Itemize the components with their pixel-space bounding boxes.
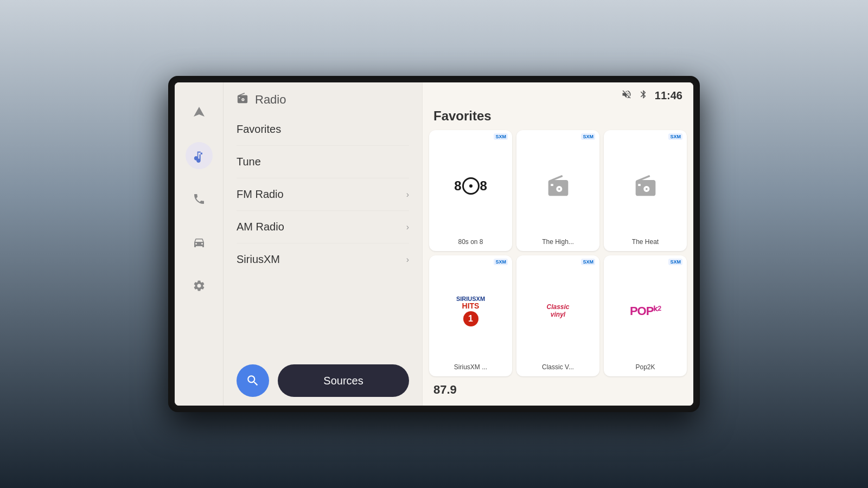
sidebar-icon-car[interactable] xyxy=(186,229,213,256)
fav-label-heat: The Heat xyxy=(632,236,659,246)
fav-card-80s-on-8[interactable]: SXM 8 8 80s on 8 xyxy=(429,130,512,251)
screen-bezel: Radio Favorites Tune FM Radio › AM Radio… xyxy=(168,76,700,412)
fav-logo-classic-vinyl: Classic vinyl xyxy=(522,261,594,361)
favorites-header: Favorites xyxy=(423,108,693,130)
fav-card-classic-vinyl[interactable]: SXM Classic vinyl Classic V... xyxy=(516,255,599,376)
sxm-badge: SXM xyxy=(668,259,682,265)
sidebar-icon-navigation[interactable] xyxy=(186,99,213,126)
status-time: 11:46 xyxy=(655,89,682,102)
sxm-badge: SXM xyxy=(581,133,595,140)
main-content: Radio Favorites Tune FM Radio › AM Radio… xyxy=(224,82,422,406)
status-bar: 11:46 xyxy=(423,82,693,108)
menu-item-label: SiriusXM xyxy=(237,253,280,266)
fm-radio-arrow: › xyxy=(406,190,409,200)
menu-item-tune[interactable]: Tune xyxy=(237,146,409,178)
menu-item-label: FM Radio xyxy=(237,188,284,201)
fav-card-pop2k[interactable]: SXM POPᵏ2 Pop2K xyxy=(604,255,687,376)
sidebar-icon-settings[interactable] xyxy=(186,272,213,299)
mute-icon xyxy=(621,89,632,102)
fav-card-the-heat[interactable]: SXM The Heat xyxy=(604,130,687,251)
fav-logo-siriusxm: SIRIUSXM HITS 1 xyxy=(435,261,507,361)
menu-item-am-radio[interactable]: AM Radio › xyxy=(237,211,409,243)
sidebar xyxy=(175,82,224,406)
sxm-badge: SXM xyxy=(494,259,508,265)
current-station: 87.9 xyxy=(423,376,693,406)
fav-label-classic-vinyl: Classic V... xyxy=(542,361,574,371)
sidebar-icon-music[interactable] xyxy=(186,142,213,169)
siriusxm-arrow: › xyxy=(406,255,409,265)
fav-logo-highway xyxy=(522,136,594,236)
bluetooth-icon xyxy=(639,89,648,101)
menu-list: Favorites Tune FM Radio › AM Radio › Sir… xyxy=(224,113,422,356)
menu-item-favorites[interactable]: Favorites xyxy=(237,113,409,146)
sidebar-icon-phone[interactable] xyxy=(186,185,213,213)
favorites-grid: SXM 8 8 80s on 8 SXM The High... xyxy=(423,130,693,376)
bottom-bar: Sources xyxy=(224,356,422,406)
header: Radio xyxy=(224,82,422,113)
fav-label-80s: 80s on 8 xyxy=(458,236,483,246)
fav-card-siriusxm[interactable]: SXM SIRIUSXM HITS 1 SiriusXM ... xyxy=(429,255,512,376)
header-title: Radio xyxy=(255,93,286,107)
sxm-badge: SXM xyxy=(581,259,595,265)
fav-logo-pop2k: POPᵏ2 xyxy=(609,261,681,361)
right-panel: 11:46 Favorites SXM 8 8 80s on 8 xyxy=(422,82,693,406)
am-radio-arrow: › xyxy=(406,222,409,232)
sxm-badge: SXM xyxy=(494,133,508,140)
fav-label-pop2k: Pop2K xyxy=(635,361,655,371)
radio-icon xyxy=(237,92,248,107)
fav-label-siriusxm: SiriusXM ... xyxy=(454,361,487,371)
menu-item-fm-radio[interactable]: FM Radio › xyxy=(237,178,409,211)
fav-logo-80s: 8 8 xyxy=(435,136,507,236)
svg-marker-0 xyxy=(194,107,205,117)
menu-item-label: Tune xyxy=(237,156,261,168)
search-button[interactable] xyxy=(237,364,269,397)
sources-button[interactable]: Sources xyxy=(278,364,409,397)
sxm-badge: SXM xyxy=(668,133,682,140)
menu-item-label: Favorites xyxy=(237,123,281,136)
fav-logo-heat xyxy=(609,136,681,236)
fav-label-highway: The High... xyxy=(542,236,574,246)
menu-item-siriusxm[interactable]: SiriusXM › xyxy=(237,243,409,275)
screen: Radio Favorites Tune FM Radio › AM Radio… xyxy=(175,82,693,406)
menu-item-label: AM Radio xyxy=(237,221,284,233)
fav-card-the-highway[interactable]: SXM The High... xyxy=(516,130,599,251)
